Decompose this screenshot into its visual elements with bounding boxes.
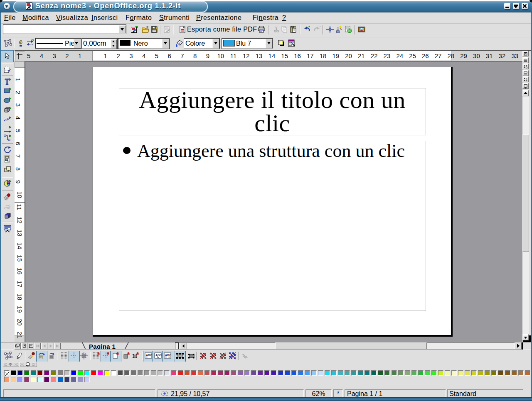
svg-text:ABC: ABC <box>146 354 152 357</box>
svg-text:ABC: ABC <box>155 354 162 357</box>
svg-text:ABC: ABC <box>165 354 171 357</box>
